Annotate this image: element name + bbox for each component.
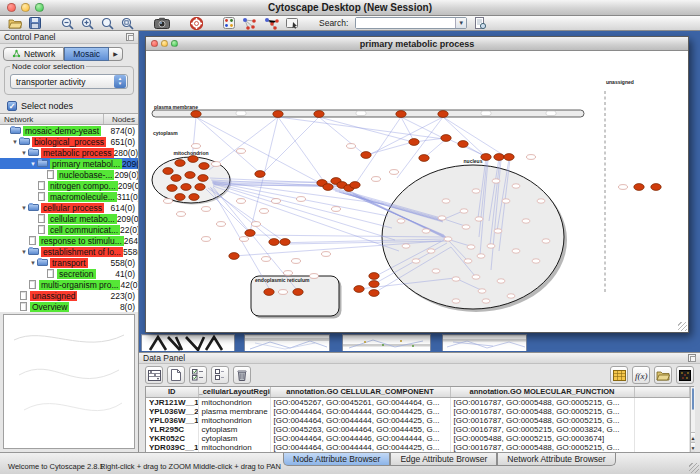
network-node[interactable]	[195, 184, 205, 191]
network-edge[interactable]	[366, 142, 413, 155]
table-cell[interactable]: mitochondrion	[198, 397, 270, 407]
network-node-label[interactable]	[252, 222, 261, 227]
network-node[interactable]	[199, 163, 209, 170]
new-attribute-icon[interactable]	[167, 366, 185, 384]
network-node-label[interactable]	[240, 237, 249, 242]
layout-nodes-icon[interactable]	[242, 17, 257, 30]
table-cell[interactable]	[634, 416, 689, 425]
network-node[interactable]	[438, 111, 448, 118]
table-cell[interactable]: [GO:0016787, GO:0005488, GO:0005215, G..…	[450, 443, 634, 452]
table-cell[interactable]: cytoplasm	[198, 425, 270, 434]
table-cell[interactable]	[634, 425, 689, 434]
table-cell[interactable]: YPL036W__2	[146, 407, 198, 416]
nucleus-node[interactable]	[442, 199, 450, 203]
search-input[interactable]: ▼	[355, 17, 467, 29]
annotation-icon[interactable]	[286, 17, 299, 29]
zoom-fit-icon[interactable]	[121, 17, 134, 30]
tree-column-nodes[interactable]: Nodes	[104, 114, 138, 124]
network-node-label[interactable]	[262, 257, 271, 262]
network-window-titlebar[interactable]: primary metabolic process	[146, 37, 688, 51]
app-resize-grip-icon[interactable]	[689, 463, 699, 473]
network-node-label[interactable]	[260, 209, 269, 214]
network-node[interactable]	[369, 290, 379, 297]
network-node[interactable]	[634, 184, 644, 191]
table-cell[interactable]: YDR039C__1	[146, 443, 198, 452]
zoom-out-icon[interactable]	[61, 17, 74, 30]
network-node[interactable]	[264, 289, 274, 296]
nucleus-node[interactable]	[462, 225, 470, 229]
tab-node-attribute-browser[interactable]: Node Attribute Browser	[283, 453, 390, 466]
tree-expand-icon[interactable]: ▼	[11, 139, 19, 145]
table-cell[interactable]	[634, 434, 689, 443]
nucleus-node[interactable]	[438, 216, 446, 220]
close-view-icon[interactable]	[151, 40, 158, 47]
scrollbar-thumb[interactable]	[692, 388, 695, 410]
tree-expand-icon[interactable]: ▼	[20, 205, 28, 211]
nucleus-node[interactable]	[427, 249, 435, 253]
network-edge[interactable]	[319, 117, 365, 155]
table-column-header[interactable]	[634, 387, 689, 397]
nucleus-node[interactable]	[537, 199, 545, 203]
open-icon[interactable]	[8, 18, 22, 29]
nucleus-node[interactable]	[444, 237, 452, 241]
network-node[interactable]	[273, 111, 283, 118]
network-node[interactable]	[369, 281, 379, 288]
network-node[interactable]	[494, 154, 504, 161]
network-node[interactable]	[185, 172, 195, 179]
zoom-window-icon[interactable]	[35, 3, 44, 12]
nucleus-node[interactable]	[512, 249, 520, 253]
close-window-icon[interactable]	[7, 3, 16, 12]
tree-expand-icon[interactable]: ▼	[29, 161, 37, 167]
nucleus-node[interactable]	[472, 189, 480, 193]
tab-network[interactable]: Network	[3, 47, 64, 61]
network-node[interactable]	[441, 135, 451, 142]
table-cell[interactable]: cytoplasm	[198, 434, 270, 443]
table-column-header[interactable]: annotation.GO MOLECULAR_FUNCTION	[450, 387, 634, 397]
nucleus-node[interactable]	[452, 277, 460, 281]
background-window-fragment[interactable]	[141, 334, 235, 351]
table-cell[interactable]: [GO:0016787, GO:0005488, GO:0005215, G..…	[450, 397, 634, 407]
save-icon[interactable]	[29, 17, 41, 29]
function-builder-icon[interactable]: f(x)	[632, 366, 650, 384]
network-tree-item[interactable]: ▼transport558(0)	[0, 257, 138, 268]
network-node[interactable]	[191, 111, 201, 118]
nucleus-node[interactable]	[522, 219, 530, 223]
background-window-fragment[interactable]	[442, 334, 527, 351]
network-node[interactable]	[175, 160, 185, 167]
network-node-label[interactable]	[237, 149, 246, 154]
select-nodes-checkbox[interactable]: ✓	[7, 101, 17, 111]
network-node-label[interactable]	[297, 197, 306, 202]
zoom-in-icon[interactable]	[81, 17, 94, 30]
table-scrollbar[interactable]: ▲ ▼	[690, 387, 696, 452]
table-cell[interactable]: plasma membrane	[198, 407, 270, 416]
nucleus-node[interactable]	[422, 229, 430, 233]
help-icon[interactable]	[190, 17, 203, 30]
network-node[interactable]	[167, 185, 177, 192]
tab-network-attribute-browser[interactable]: Network Attribute Browser	[497, 453, 615, 466]
network-node-label[interactable]	[237, 199, 246, 204]
network-node[interactable]	[361, 152, 371, 159]
attribute-grid-icon[interactable]	[145, 366, 163, 384]
nucleus-node[interactable]	[497, 279, 505, 283]
network-tree-item[interactable]: ▼biological_process651(0)	[0, 136, 138, 147]
float-panel-icon[interactable]	[126, 33, 134, 41]
tree-expand-icon[interactable]: ▼	[20, 150, 28, 156]
table-cell[interactable]: [GO:0044464, GO:0044446, GO:0044444, G..…	[270, 434, 450, 443]
network-edge[interactable]	[262, 117, 319, 174]
table-cell[interactable]: YPL036W__1	[146, 416, 198, 425]
region-plasma-membrane[interactable]	[152, 110, 584, 117]
nucleus-node[interactable]	[478, 289, 486, 293]
network-node[interactable]	[504, 154, 514, 161]
table-cell[interactable]: [GO:0045263, GO:0044464, GO:0044455, G..…	[270, 425, 450, 434]
network-node-label[interactable]	[527, 155, 536, 160]
network-node-label[interactable]	[292, 259, 301, 264]
nucleus-node[interactable]	[397, 219, 405, 223]
nucleus-node[interactable]	[542, 239, 550, 243]
nucleus-node[interactable]	[460, 209, 468, 213]
network-node[interactable]	[369, 273, 379, 280]
network-view-window[interactable]: primary metabolic process plasma membran…	[145, 36, 689, 333]
nucleus-node[interactable]	[532, 259, 540, 263]
table-cell[interactable]: [GO:0016787, GO:0005488, GO:0005215, G..…	[450, 416, 634, 425]
network-node[interactable]	[198, 175, 208, 182]
network-node[interactable]	[350, 182, 360, 189]
